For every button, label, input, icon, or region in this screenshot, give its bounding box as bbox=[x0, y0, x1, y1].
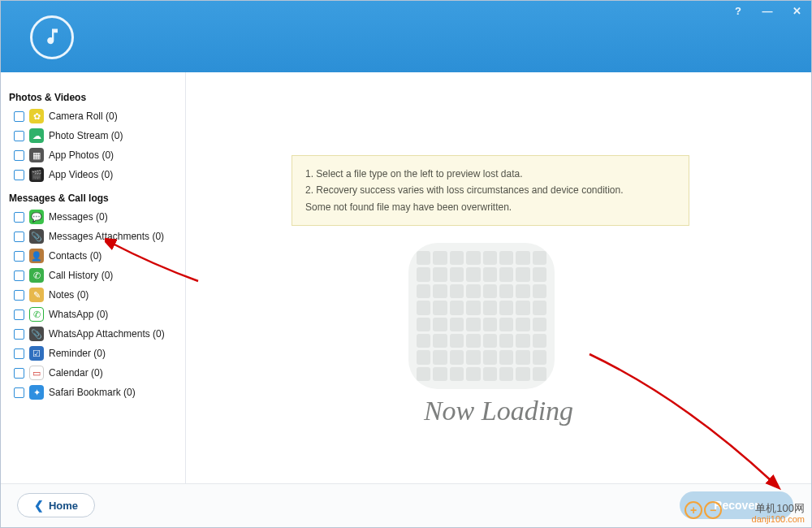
sidebar-item-app-videos[interactable]: 🎬App Videos (0) bbox=[9, 165, 177, 184]
music-note-icon bbox=[41, 26, 63, 49]
camera-roll-icon: ✿ bbox=[29, 109, 44, 123]
checkbox-photo-stream[interactable] bbox=[14, 131, 24, 141]
contacts-icon: 👤 bbox=[29, 249, 44, 263]
home-button[interactable]: ❮ Home bbox=[17, 493, 95, 517]
sidebar-item-label: WhatsApp Attachments (0) bbox=[49, 328, 165, 340]
info-line-3: Some not found file may have been overwr… bbox=[305, 199, 676, 215]
section-title-photos-videos: Photos & Videos bbox=[9, 92, 177, 103]
app-logo bbox=[30, 15, 74, 59]
sidebar-item-reminder[interactable]: ☑Reminder (0) bbox=[9, 344, 177, 363]
calendar-icon: ▭ bbox=[29, 366, 44, 380]
chevron-left-icon: ❮ bbox=[34, 499, 44, 512]
checkbox-messages-attachments[interactable] bbox=[14, 232, 24, 242]
info-line-2: 2. Recovery success varies with loss cir… bbox=[305, 182, 676, 198]
sidebar-item-label: Messages (0) bbox=[49, 211, 108, 223]
checkbox-reminder[interactable] bbox=[14, 348, 24, 359]
sidebar-item-calendar[interactable]: ▭Calendar (0) bbox=[9, 363, 177, 383]
section-title-messages-call-logs: Messages & Call logs bbox=[9, 193, 177, 204]
info-line-1: 1. Select a file type on the left to pre… bbox=[305, 166, 676, 182]
checkbox-whatsapp-attachments[interactable] bbox=[14, 329, 24, 340]
recover-button-label: Recover bbox=[714, 499, 758, 512]
sidebar-item-app-photos[interactable]: ▦App Photos (0) bbox=[9, 145, 177, 165]
sidebar-item-label: Notes (0) bbox=[49, 289, 89, 301]
sidebar-item-safari-bookmark[interactable]: ✦Safari Bookmark (0) bbox=[9, 383, 177, 402]
sidebar-item-label: Safari Bookmark (0) bbox=[49, 387, 136, 398]
whatsapp-attachments-icon: 📎 bbox=[29, 327, 44, 341]
sidebar: Photos & Videos ✿Camera Roll (0)☁Photo S… bbox=[1, 72, 186, 483]
messages-icon: 💬 bbox=[29, 210, 44, 224]
sidebar-item-label: Call History (0) bbox=[49, 270, 113, 281]
sidebar-item-label: WhatsApp (0) bbox=[49, 309, 108, 320]
minimize-button[interactable]: — bbox=[753, 1, 782, 20]
messages-attachments-icon: 📎 bbox=[29, 229, 44, 244]
checkbox-safari-bookmark[interactable] bbox=[14, 387, 24, 398]
sidebar-item-label: App Videos (0) bbox=[49, 169, 113, 180]
safari-bookmark-icon: ✦ bbox=[29, 385, 44, 400]
titlebar: ? — ✕ bbox=[1, 1, 811, 72]
photo-stream-icon: ☁ bbox=[29, 128, 44, 143]
close-button[interactable]: ✕ bbox=[782, 1, 811, 20]
checkbox-messages[interactable] bbox=[14, 212, 24, 223]
app-videos-icon: 🎬 bbox=[29, 167, 44, 182]
reminder-icon: ☑ bbox=[29, 346, 44, 361]
sidebar-item-whatsapp[interactable]: ✆WhatsApp (0) bbox=[9, 305, 177, 324]
sidebar-item-whatsapp-attachments[interactable]: 📎WhatsApp Attachments (0) bbox=[9, 324, 177, 344]
checkbox-camera-roll[interactable] bbox=[14, 111, 24, 122]
sidebar-item-messages[interactable]: 💬Messages (0) bbox=[9, 207, 177, 227]
help-button[interactable]: ? bbox=[723, 1, 753, 20]
sidebar-item-contacts[interactable]: 👤Contacts (0) bbox=[9, 246, 177, 266]
checkbox-contacts[interactable] bbox=[14, 251, 24, 262]
loading-text: Now Loading bbox=[186, 396, 811, 426]
checkbox-whatsapp[interactable] bbox=[14, 309, 24, 320]
checkbox-calendar[interactable] bbox=[14, 368, 24, 379]
call-history-icon: ✆ bbox=[29, 268, 44, 283]
home-button-label: Home bbox=[49, 500, 78, 512]
sidebar-item-camera-roll[interactable]: ✿Camera Roll (0) bbox=[9, 106, 177, 126]
loading-placeholder-icon bbox=[408, 243, 555, 389]
sidebar-item-label: Camera Roll (0) bbox=[49, 110, 118, 122]
sidebar-item-photo-stream[interactable]: ☁Photo Stream (0) bbox=[9, 126, 177, 145]
sidebar-item-label: Reminder (0) bbox=[49, 348, 106, 359]
checkbox-notes[interactable] bbox=[14, 290, 24, 301]
sidebar-item-label: Contacts (0) bbox=[49, 250, 102, 262]
window-controls: ? — ✕ bbox=[723, 1, 811, 20]
sidebar-item-label: Calendar (0) bbox=[49, 367, 103, 379]
checkbox-app-videos[interactable] bbox=[14, 170, 24, 180]
sidebar-item-label: App Photos (0) bbox=[49, 149, 114, 161]
whatsapp-icon: ✆ bbox=[29, 307, 44, 322]
sidebar-item-label: Photo Stream (0) bbox=[49, 130, 123, 141]
sidebar-item-messages-attachments[interactable]: 📎Messages Attachments (0) bbox=[9, 227, 177, 246]
info-box: 1. Select a file type on the left to pre… bbox=[292, 155, 689, 226]
main-panel: 1. Select a file type on the left to pre… bbox=[186, 72, 811, 483]
sidebar-item-notes[interactable]: ✎Notes (0) bbox=[9, 285, 177, 305]
app-window: ? — ✕ Photos & Videos ✿Camera Roll (0)☁P… bbox=[0, 0, 812, 528]
checkbox-app-photos[interactable] bbox=[14, 150, 24, 161]
sidebar-item-label: Messages Attachments (0) bbox=[49, 231, 164, 242]
recover-button[interactable]: Recover bbox=[680, 491, 793, 519]
app-photos-icon: ▦ bbox=[29, 148, 44, 162]
footer: ❮ Home Recover bbox=[1, 483, 811, 527]
body: Photos & Videos ✿Camera Roll (0)☁Photo S… bbox=[1, 72, 811, 483]
checkbox-call-history[interactable] bbox=[14, 270, 24, 281]
sidebar-item-call-history[interactable]: ✆Call History (0) bbox=[9, 266, 177, 285]
notes-icon: ✎ bbox=[29, 288, 44, 302]
